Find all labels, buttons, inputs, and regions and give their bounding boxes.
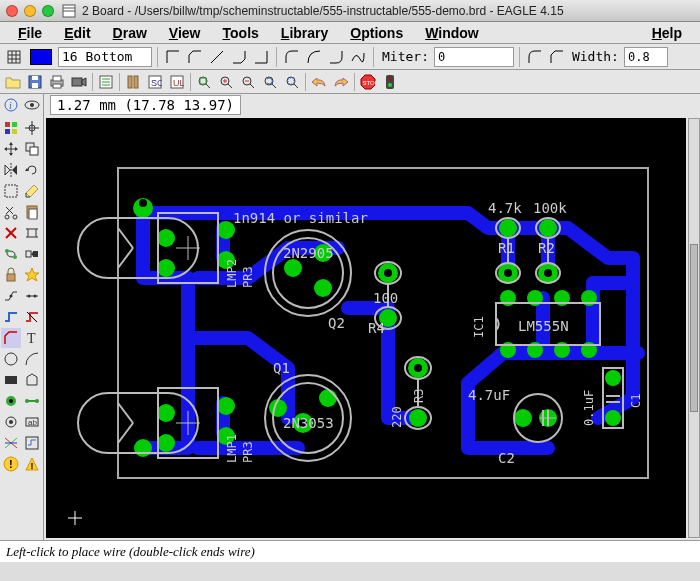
attribute-icon[interactable]: ab <box>22 412 42 432</box>
copy-icon[interactable] <box>22 139 42 159</box>
miter-straight-icon[interactable] <box>547 47 567 67</box>
zoom-fit-icon[interactable] <box>195 73 213 91</box>
print-icon[interactable] <box>48 73 66 91</box>
board-canvas[interactable]: 1n914 or similar 2N2905 2N3053 Q2 Q1 4.7… <box>46 118 686 538</box>
bend-style-1[interactable] <box>185 47 205 67</box>
svg-rect-14 <box>53 84 61 88</box>
add-icon[interactable] <box>22 223 42 243</box>
polygon-icon[interactable] <box>22 370 42 390</box>
replace-icon[interactable] <box>22 244 42 264</box>
window-minimize-button[interactable] <box>24 5 36 17</box>
circle-icon[interactable] <box>1 349 21 369</box>
menu-options[interactable]: Options <box>340 23 413 43</box>
group-icon[interactable] <box>1 181 21 201</box>
undo-icon[interactable] <box>310 73 328 91</box>
bend-style-arc2[interactable] <box>304 47 324 67</box>
go-icon[interactable] <box>381 73 399 91</box>
scrollbar-thumb[interactable] <box>690 244 698 411</box>
wire-icon[interactable] <box>1 328 21 348</box>
layer-select[interactable] <box>58 47 152 67</box>
svg-text:R1: R1 <box>498 240 515 256</box>
svg-text:220: 220 <box>390 406 404 428</box>
via-icon[interactable] <box>1 391 21 411</box>
zoom-select-icon[interactable] <box>283 73 301 91</box>
library-icon[interactable] <box>124 73 142 91</box>
erc-icon[interactable]: ! <box>1 454 21 474</box>
svg-point-76 <box>13 215 17 219</box>
open-icon[interactable] <box>4 73 22 91</box>
bend-style-0[interactable] <box>163 47 183 67</box>
bend-style-2[interactable] <box>207 47 227 67</box>
move-icon[interactable] <box>1 139 21 159</box>
show-layers-icon[interactable] <box>1 118 21 138</box>
menu-window[interactable]: Window <box>415 23 489 43</box>
ratsnest-icon[interactable] <box>1 433 21 453</box>
eye-icon[interactable] <box>24 97 40 113</box>
zoom-redraw-icon[interactable] <box>261 73 279 91</box>
zoom-in-icon[interactable] <box>217 73 235 91</box>
svg-point-130 <box>217 397 235 415</box>
ripup-icon[interactable] <box>22 307 42 327</box>
status-bar: Left-click to place wire (double-click e… <box>0 540 700 562</box>
svg-point-126 <box>157 404 175 422</box>
optimize-icon[interactable] <box>22 286 42 306</box>
window-zoom-button[interactable] <box>42 5 54 17</box>
errors-icon[interactable]: ! <box>22 454 42 474</box>
svg-marker-67 <box>12 165 17 175</box>
stop-icon[interactable]: STOP <box>359 73 377 91</box>
pinswap-icon[interactable] <box>1 244 21 264</box>
bend-style-4[interactable] <box>251 47 271 67</box>
signal-icon[interactable] <box>22 391 42 411</box>
menu-tools[interactable]: Tools <box>213 23 269 43</box>
mirror-icon[interactable] <box>1 160 21 180</box>
bend-style-arc1[interactable] <box>282 47 302 67</box>
menu-file[interactable]: File <box>8 23 52 43</box>
smash-icon[interactable] <box>22 265 42 285</box>
save-icon[interactable] <box>26 73 44 91</box>
svg-text:C1: C1 <box>629 394 643 408</box>
change-icon[interactable] <box>22 181 42 201</box>
redo-icon[interactable] <box>332 73 350 91</box>
zoom-out-icon[interactable] <box>239 73 257 91</box>
auto-icon[interactable] <box>22 433 42 453</box>
miter-round-icon[interactable] <box>525 47 545 67</box>
svg-marker-60 <box>9 142 13 145</box>
bend-style-free[interactable] <box>348 47 368 67</box>
rect-icon[interactable] <box>1 370 21 390</box>
menu-edit[interactable]: Edit <box>54 23 100 43</box>
menu-view[interactable]: View <box>159 23 211 43</box>
layer-color-swatch[interactable] <box>30 49 52 65</box>
route-icon[interactable] <box>1 307 21 327</box>
hole-icon[interactable] <box>1 412 21 432</box>
window-close-button[interactable] <box>6 5 18 17</box>
svg-rect-100 <box>5 376 17 384</box>
info-icon[interactable]: i <box>3 97 19 113</box>
status-text: Left-click to place wire (double-click e… <box>6 544 255 560</box>
delete-icon[interactable] <box>1 223 21 243</box>
rotate-icon[interactable] <box>22 160 42 180</box>
arc-icon[interactable] <box>22 349 42 369</box>
text-icon[interactable]: T <box>22 328 42 348</box>
svg-point-161 <box>605 370 621 386</box>
miter-input[interactable] <box>434 47 514 67</box>
svg-rect-52 <box>12 122 17 127</box>
run-script-icon[interactable]: SCR <box>146 73 164 91</box>
svg-point-108 <box>9 420 13 424</box>
mark-icon[interactable] <box>22 118 42 138</box>
grid-icon[interactable] <box>4 47 24 67</box>
menu-library[interactable]: Library <box>271 23 338 43</box>
menu-help[interactable]: Help <box>642 23 692 43</box>
bend-style-3[interactable] <box>229 47 249 67</box>
paste-icon[interactable] <box>22 202 42 222</box>
cut-icon[interactable] <box>1 202 21 222</box>
width-input[interactable] <box>624 47 668 67</box>
bend-style-arc3[interactable] <box>326 47 346 67</box>
ulp-icon[interactable]: ULP <box>168 73 186 91</box>
svg-text:0.1uF: 0.1uF <box>582 390 596 426</box>
vertical-scrollbar[interactable] <box>688 118 700 538</box>
schematic-icon[interactable] <box>97 73 115 91</box>
split-icon[interactable] <box>1 286 21 306</box>
lock-icon[interactable] <box>1 265 21 285</box>
cam-icon[interactable] <box>70 73 88 91</box>
menu-draw[interactable]: Draw <box>103 23 157 43</box>
